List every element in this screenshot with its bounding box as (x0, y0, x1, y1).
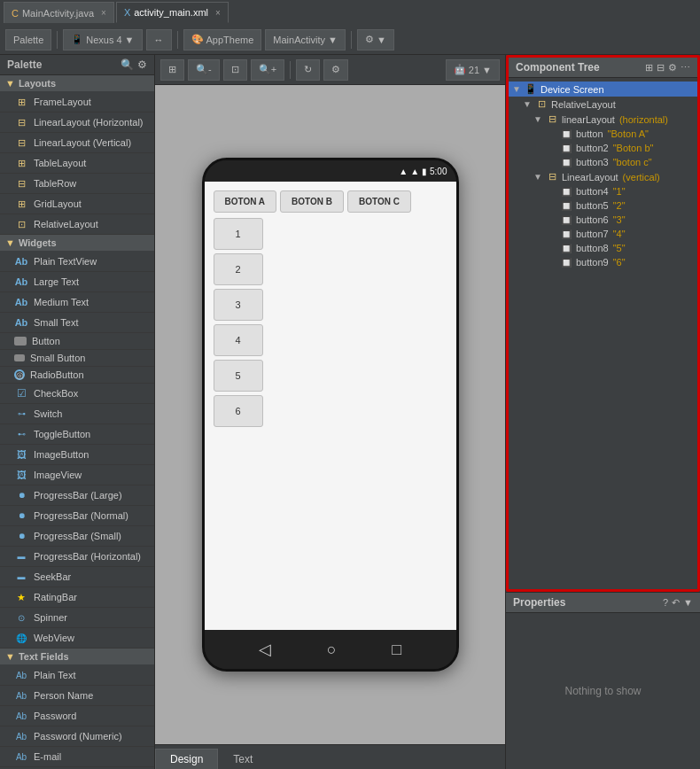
tab-text[interactable]: Text (218, 749, 268, 769)
nexus-button[interactable]: 📱 Nexus 4 ▼ (63, 29, 142, 50)
palette-item-person-name[interactable]: Ab Person Name (0, 686, 154, 706)
phone-num-btn-3[interactable]: 3 (214, 289, 263, 321)
comp-tree-expand-icon[interactable]: ⊞ (645, 62, 653, 74)
palette-search-icon[interactable]: 🔍 (121, 58, 134, 71)
comp-tree-settings-icon[interactable]: ⚙ (668, 62, 677, 74)
palette-item-imageview[interactable]: 🖼 ImageView (0, 465, 154, 485)
palette-item-medium-text[interactable]: Ab Medium Text (0, 292, 154, 313)
rotate-button[interactable]: ↔ (146, 29, 172, 50)
tree-item-button6[interactable]: ▶ 🔲 button6 "3" (509, 213, 697, 227)
api-level-btn[interactable]: 🤖 21 ▼ (446, 59, 500, 81)
properties-panel: Properties ? ↶ ▼ Nothing to show (506, 592, 700, 769)
phone-num-btn-2[interactable]: 2 (214, 253, 263, 285)
zoom-in-btn[interactable]: 🔍+ (251, 59, 284, 81)
tree-item-button3[interactable]: ▶ 🔲 button3 "boton c" (509, 155, 697, 169)
palette-item-tablelayout[interactable]: ⊞ TableLayout (0, 153, 154, 174)
palette-item-small-button[interactable]: Small Button (0, 350, 154, 367)
tree-item-button7[interactable]: ▶ 🔲 button7 "4" (509, 227, 697, 241)
phone-num-btn-4[interactable]: 4 (214, 324, 263, 356)
palette-item-seekbar[interactable]: ▬ SeekBar (0, 567, 154, 587)
palette-item-webview[interactable]: 🌐 WebView (0, 628, 154, 649)
palette-item-password[interactable]: Ab Password (0, 706, 154, 726)
palette-item-gridlayout[interactable]: ⊞ GridLayout (0, 194, 154, 214)
palette-item-small-text[interactable]: Ab Small Text (0, 313, 154, 333)
palette-item-radiobutton[interactable]: ◎ RadioButton (0, 367, 154, 384)
tab-mainactivity[interactable]: C MainActivity.java × (4, 2, 114, 23)
small-button-label: Small Button (30, 353, 85, 363)
refresh-btn[interactable]: ↻ (296, 59, 320, 81)
tree-item-button8[interactable]: ▶ 🔲 button8 "5" (509, 241, 697, 255)
palette-item-plain-textview[interactable]: Ab Plain TextView (0, 252, 154, 272)
zoom-fit-btn[interactable]: ⊡ (223, 59, 247, 81)
palette-item-tablerow[interactable]: ⊟ TableRow (0, 174, 154, 194)
tree-item-linearlayout-h[interactable]: ▼ ⊟ linearLayout (horizontal) (509, 112, 697, 127)
imageview-icon: 🖼 (14, 468, 28, 482)
palette-category-textfields[interactable]: ▼ Text Fields (0, 649, 154, 665)
apptheme-button[interactable]: 🎨 AppTheme (183, 29, 262, 50)
phone-num-btn-6[interactable]: 6 (214, 395, 263, 427)
design-settings-btn[interactable]: ⚙ (323, 59, 348, 81)
tree-item-relativelayout[interactable]: ▼ ⊡ RelativeLayout (509, 97, 697, 112)
tree-item-button5[interactable]: ▶ 🔲 button5 "2" (509, 198, 697, 213)
palette-item-imagebutton[interactable]: 🖼 ImageButton (0, 445, 154, 465)
phone-btn-a[interactable]: BOTON A (214, 190, 277, 213)
palette-item-linearlayout-v[interactable]: ⊟ LinearLayout (Vertical) (0, 133, 154, 153)
palette-item-password-numeric[interactable]: Ab Password (Numeric) (0, 726, 154, 747)
phone-btn-c[interactable]: BOTON C (347, 190, 411, 213)
palette-item-progressbar-large[interactable]: ⏺ ProgressBar (Large) (0, 485, 154, 506)
tree-item-button2[interactable]: ▶ 🔲 button2 "Boton b" (509, 141, 697, 155)
phone-num-btn-1[interactable]: 1 (214, 218, 263, 250)
palette-settings-icon[interactable]: ⚙ (137, 58, 147, 71)
arrow-button1: ▶ (548, 129, 556, 139)
tree-item-device-screen[interactable]: ▼ 📱 Device Screen (509, 82, 697, 97)
palette-button[interactable]: Palette (5, 29, 51, 50)
button6-icon: 🔲 (559, 215, 573, 225)
tree-item-button1[interactable]: ▶ 🔲 button "Boton A" (509, 127, 697, 141)
comp-tree-more-icon[interactable]: ⋯ (681, 62, 690, 74)
tab-xml-close[interactable]: × (215, 8, 221, 18)
palette-item-progressbar-small[interactable]: ⏺ ProgressBar (Small) (0, 526, 154, 547)
palette-item-ratingbar[interactable]: ★ RatingBar (0, 587, 154, 608)
tree-item-button4[interactable]: ▶ 🔲 button4 "1" (509, 184, 697, 198)
palette-item-email[interactable]: Ab E-mail (0, 747, 154, 767)
nav-home-icon[interactable]: ○ (327, 641, 337, 659)
widgets-folder-icon: ▼ (5, 237, 15, 248)
palette-item-progressbar-horiz[interactable]: ▬ ProgressBar (Horizontal) (0, 547, 154, 567)
palette-item-switch[interactable]: ⊶ Switch (0, 404, 154, 424)
tab-design[interactable]: Design (155, 749, 218, 769)
tree-item-linearlayout-v[interactable]: ▼ ⊟ LinearLayout (vertical) (509, 169, 697, 184)
password-numeric-label: Password (Numeric) (34, 731, 122, 742)
palette-item-linearlayout-h[interactable]: ⊟ LinearLayout (Horizontal) (0, 113, 154, 133)
phone-num-btn-5[interactable]: 5 (214, 360, 263, 392)
palette-item-framelayout[interactable]: ⊞ FrameLayout (0, 92, 154, 113)
palette-category-layouts[interactable]: ▼ Layouts (0, 75, 154, 92)
nav-recents-icon[interactable]: □ (392, 641, 401, 659)
palette-item-progressbar-normal[interactable]: ⏺ ProgressBar (Normal) (0, 506, 154, 526)
nav-back-icon[interactable]: ◁ (259, 640, 271, 659)
properties-empty-text: Nothing to show (564, 685, 641, 697)
tree-item-button9[interactable]: ▶ 🔲 button9 "6" (509, 255, 697, 269)
palette-item-button[interactable]: Button (0, 333, 154, 350)
progressbar-small-label: ProgressBar (Small) (34, 531, 121, 541)
palette-item-checkbox[interactable]: ☑ CheckBox (0, 384, 154, 404)
phone-btn-b[interactable]: BOTON B (280, 190, 344, 213)
palette-item-large-text[interactable]: Ab Large Text (0, 272, 154, 292)
arrow-button4: ▶ (548, 187, 556, 197)
palette-item-spinner[interactable]: ⊙ Spinner (0, 608, 154, 628)
comp-tree-collapse-icon[interactable]: ⊟ (657, 62, 665, 74)
palette-category-widgets[interactable]: ▼ Widgets (0, 235, 154, 252)
password-numeric-icon: Ab (14, 729, 28, 743)
mainactivity-button[interactable]: MainActivity ▼ (265, 29, 346, 50)
palette-item-relativelayout[interactable]: ⊡ RelativeLayout (0, 214, 154, 235)
tab-mainactivity-close[interactable]: × (101, 8, 106, 18)
props-filter-icon[interactable]: ▼ (683, 597, 693, 609)
zoom-reset-btn[interactable]: ⊞ (160, 59, 184, 81)
palette-item-togglebutton[interactable]: ⊷ ToggleButton (0, 424, 154, 445)
settings-button[interactable]: ⚙ ▼ (357, 29, 394, 50)
props-help-icon[interactable]: ? (663, 597, 668, 609)
zoom-out-btn[interactable]: 🔍- (188, 59, 220, 81)
palette-item-plain-text[interactable]: Ab Plain Text (0, 665, 154, 686)
props-undo-icon[interactable]: ↶ (672, 597, 680, 609)
small-button-icon (14, 354, 25, 361)
tab-xml[interactable]: X activity_main.xml × (116, 2, 229, 23)
